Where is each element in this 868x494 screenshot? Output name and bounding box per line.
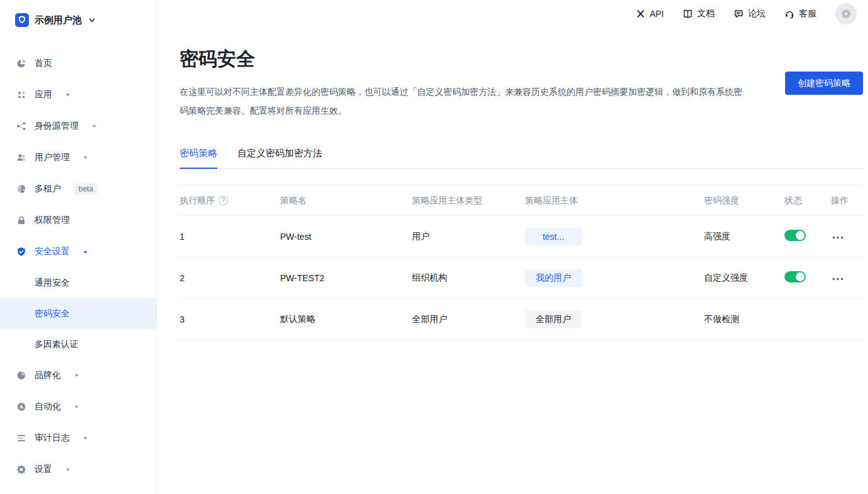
docs-link[interactable]: 文档 xyxy=(683,8,715,19)
app-root: 示例用户池 首页 应用 身份源管理 用户管理 xyxy=(0,0,868,494)
tab-password-policy[interactable]: 密码策略 xyxy=(180,148,217,168)
chevron-down-icon xyxy=(65,92,71,98)
audit-log-icon xyxy=(16,433,26,443)
api-link-label: API xyxy=(649,9,664,19)
sidebar-subitem-password-security[interactable]: 密码安全 xyxy=(0,298,156,329)
page-title: 密码安全 xyxy=(180,46,748,72)
sidebar-item-branding[interactable]: 品牌化 xyxy=(0,360,156,391)
sidebar-item-label: 身份源管理 xyxy=(35,121,79,132)
page-header-text: 密码安全 在这里可以对不同主体配置差异化的密码策略，也可以通过「自定义密码加密方… xyxy=(180,46,748,120)
sidebar-item-audit-logs[interactable]: 审计日志 xyxy=(0,422,156,454)
sidebar-item-label: 多租户 xyxy=(35,183,61,195)
sidebar: 示例用户池 首页 应用 身份源管理 用户管理 xyxy=(0,0,157,494)
workspace-name: 示例用户池 xyxy=(35,14,82,26)
page-description: 在这里可以对不同主体配置差异化的密码策略，也可以通过「自定义密码加密方法」来兼容… xyxy=(180,82,748,120)
sidebar-item-label: 自动化 xyxy=(35,401,61,412)
sub-item-label: 多因素认证 xyxy=(35,339,79,350)
help-icon[interactable]: ? xyxy=(219,196,228,205)
column-header-status: 状态 xyxy=(784,195,802,205)
sidebar-item-label: 应用 xyxy=(35,89,52,100)
sidebar-subitem-mfa[interactable]: 多因素认证 xyxy=(0,329,156,360)
status-toggle[interactable] xyxy=(784,271,806,282)
lock-icon xyxy=(16,215,26,225)
sidebar-item-automation[interactable]: 自动化 xyxy=(0,391,156,422)
sidebar-item-user-management[interactable]: 用户管理 xyxy=(0,142,156,173)
cell-strength: 不做检测 xyxy=(704,314,739,324)
chevron-down-icon xyxy=(91,123,97,129)
sidebar-item-label: 首页 xyxy=(35,58,52,69)
sidebar-item-multi-tenant[interactable]: 多租户 beta xyxy=(0,173,156,205)
support-link[interactable]: 客服 xyxy=(784,8,816,19)
tab-custom-encryption[interactable]: 自定义密码加密方法 xyxy=(237,148,322,168)
cell-subject-type: 用户 xyxy=(412,231,430,241)
api-x-icon xyxy=(636,9,645,18)
sub-item-label: 密码安全 xyxy=(35,308,70,319)
more-actions-button[interactable] xyxy=(831,275,845,283)
status-toggle[interactable] xyxy=(784,230,806,241)
sidebar-nav: 首页 应用 身份源管理 用户管理 多租户 beta xyxy=(0,40,156,485)
tenant-pie-icon xyxy=(16,184,26,194)
more-actions-button[interactable] xyxy=(831,234,845,242)
support-link-label: 客服 xyxy=(799,8,816,19)
page-header: 密码安全 在这里可以对不同主体配置差异化的密码策略，也可以通过「自定义密码加密方… xyxy=(180,46,863,120)
apps-grid-icon xyxy=(16,90,26,100)
chevron-up-icon xyxy=(82,249,89,255)
sidebar-item-label: 权限管理 xyxy=(35,215,70,226)
cell-strength: 自定义强度 xyxy=(704,272,748,282)
avatar[interactable] xyxy=(835,3,857,24)
column-header-subject: 策略应用主体 xyxy=(525,195,578,205)
toggle-knob xyxy=(796,231,805,240)
cell-policy-name: 默认策略 xyxy=(280,314,315,324)
table-row: 3 默认策略 全部用户 全部用户 不做检测 xyxy=(180,299,863,340)
gear-icon xyxy=(16,464,26,475)
chat-bubble-icon xyxy=(734,9,744,19)
chevron-down-icon xyxy=(65,466,71,473)
sidebar-item-settings[interactable]: 设置 xyxy=(0,454,156,485)
column-header-policy-name: 策略名 xyxy=(280,195,307,205)
beta-badge: beta xyxy=(74,183,97,195)
forum-link[interactable]: 论坛 xyxy=(734,8,766,19)
sidebar-item-apps[interactable]: 应用 xyxy=(0,79,156,110)
cell-policy-name: PW-test xyxy=(280,232,312,242)
subject-tag: 全部用户 xyxy=(525,311,582,328)
workspace-switcher[interactable]: 示例用户池 xyxy=(0,0,156,40)
sidebar-item-home[interactable]: 首页 xyxy=(0,48,156,79)
subject-tag[interactable]: test... xyxy=(525,228,582,245)
topbar: API 文档 论坛 客服 xyxy=(157,0,868,28)
shield-check-icon xyxy=(16,247,26,257)
sidebar-item-label: 安全设置 xyxy=(35,246,70,257)
table-row: 2 PW-TEST2 组织机构 我的用户 自定义强度 xyxy=(180,257,863,299)
cell-subject-type: 组织机构 xyxy=(412,272,447,282)
cell-subject-type: 全部用户 xyxy=(412,314,447,324)
pie-chart-icon xyxy=(16,58,26,68)
toggle-knob xyxy=(796,272,805,281)
chevron-down-icon xyxy=(89,17,95,24)
automation-icon xyxy=(16,402,26,412)
docs-link-label: 文档 xyxy=(697,8,715,19)
column-header-order: 执行顺序 xyxy=(180,195,215,207)
chevron-down-icon xyxy=(82,435,89,441)
sidebar-item-label: 设置 xyxy=(35,464,52,475)
chevron-down-icon xyxy=(73,372,80,379)
brand-circle-icon xyxy=(16,370,26,380)
sidebar-item-identity-sources[interactable]: 身份源管理 xyxy=(0,110,156,142)
cell-order: 1 xyxy=(180,232,185,242)
table-row: 1 PW-test 用户 test... 高强度 xyxy=(180,216,863,257)
page-content: 密码安全 在这里可以对不同主体配置差异化的密码策略，也可以通过「自定义密码加密方… xyxy=(157,28,868,494)
cell-policy-name: PW-TEST2 xyxy=(280,273,325,283)
headset-icon xyxy=(784,9,795,19)
sub-item-label: 通用安全 xyxy=(35,277,70,289)
sidebar-subitem-general-security[interactable]: 通用安全 xyxy=(0,267,156,298)
sidebar-item-permissions[interactable]: 权限管理 xyxy=(0,205,156,236)
main-area: API 文档 论坛 客服 密码安全 在这里可以对不同主体配 xyxy=(157,0,868,494)
forum-link-label: 论坛 xyxy=(748,8,766,19)
workspace-shield-logo-icon xyxy=(15,13,29,27)
subject-tag[interactable]: 我的用户 xyxy=(525,269,582,287)
api-link[interactable]: API xyxy=(636,9,664,19)
create-policy-button[interactable]: 创建密码策略 xyxy=(785,72,863,95)
column-header-subject-type: 策略应用主体类型 xyxy=(412,195,482,205)
share-nodes-icon xyxy=(16,121,26,131)
sidebar-item-label: 品牌化 xyxy=(35,370,61,381)
tabs-bar: 密码策略 自定义密码加密方法 xyxy=(180,148,863,169)
sidebar-item-security-settings[interactable]: 安全设置 xyxy=(0,236,156,267)
